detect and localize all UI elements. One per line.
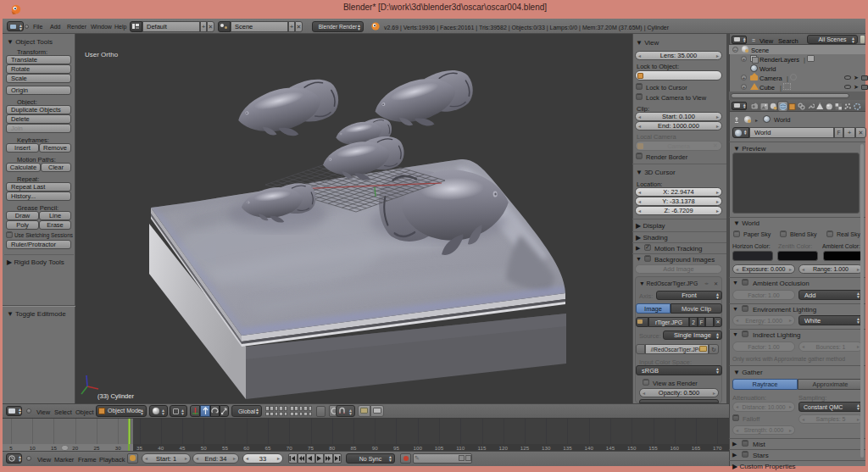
svg-text:User Ortho: User Ortho — [85, 51, 119, 58]
svg-text:(33) Cylinder: (33) Cylinder — [97, 392, 134, 400]
